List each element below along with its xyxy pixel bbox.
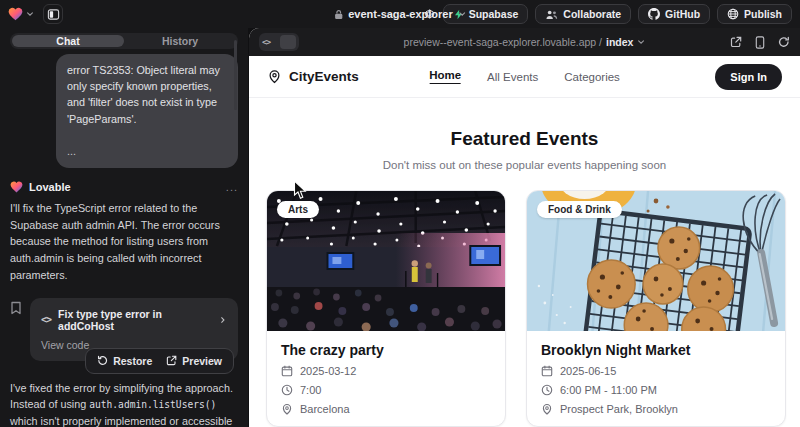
restore-label: Restore xyxy=(113,355,152,367)
code-icon: <> xyxy=(262,37,270,47)
chevron-right-icon xyxy=(219,316,227,324)
event-card-crazy-party[interactable]: Arts The crazy party 2025-03-12 xyxy=(266,190,506,427)
chevron-down-icon xyxy=(458,10,466,18)
event-time: 7:00 xyxy=(300,384,321,396)
map-pin-icon xyxy=(281,403,293,415)
event-title: The crazy party xyxy=(281,342,491,358)
assistant-name: Lovable xyxy=(29,181,71,193)
github-button[interactable]: GitHub xyxy=(638,4,710,24)
hero-subtitle: Don't miss out on these popular events h… xyxy=(249,159,800,171)
lovable-heart-icon xyxy=(10,181,23,193)
calendar-icon xyxy=(281,365,293,377)
preview-button[interactable]: Preview xyxy=(166,355,222,367)
chat-scrollbar-thumb[interactable] xyxy=(234,40,237,110)
tab-history[interactable]: History xyxy=(124,35,236,47)
event-card-brooklyn-market[interactable]: Food & Drink Brooklyn Night Market 2025-… xyxy=(526,190,786,427)
message-text: which isn't properly implemented or acce… xyxy=(10,415,232,427)
refresh-icon[interactable] xyxy=(778,36,790,48)
event-cards: Arts The crazy party 2025-03-12 xyxy=(249,190,800,427)
event-image-cookies: Food & Drink xyxy=(527,191,785,331)
event-location-row: Barcelona xyxy=(281,403,491,415)
event-time: 6:00 PM - 11:00 PM xyxy=(560,384,657,396)
project-switcher[interactable]: event-saga-explorer xyxy=(334,0,466,28)
chevron-down-icon xyxy=(637,38,645,46)
publish-button[interactable]: Publish xyxy=(717,4,792,24)
preview-url-page: index xyxy=(606,36,633,48)
github-label: GitHub xyxy=(665,8,700,20)
sidebar-panel-icon xyxy=(47,8,60,21)
map-pin-icon xyxy=(267,69,282,84)
fix-card-title: Fix type type error in addCoHost xyxy=(58,308,212,332)
topbar-left xyxy=(8,4,63,24)
code-preview-toggle[interactable]: <> xyxy=(259,33,299,51)
preview-url-selector[interactable]: preview--event-saga-explorer.lovable.app… xyxy=(404,36,646,48)
clock-icon xyxy=(541,384,553,396)
event-date: 2025-06-15 xyxy=(560,365,616,377)
supabase-label: Supabase xyxy=(469,8,519,20)
inline-code: auth.admin.listUsers() xyxy=(89,399,216,410)
event-date-row: 2025-03-12 xyxy=(281,365,491,377)
category-badge: Arts xyxy=(277,201,319,218)
featured-events-hero: Featured Events Don't miss out on these … xyxy=(249,128,800,171)
publish-label: Publish xyxy=(744,8,782,20)
site-viewport: CityEvents Home All Events Categories Si… xyxy=(249,56,800,427)
preview-label: Preview xyxy=(182,355,222,367)
map-pin-icon xyxy=(541,403,553,415)
event-location-row: Prospect Park, Brooklyn xyxy=(541,403,771,415)
preview-tools xyxy=(730,36,790,49)
nav-all-events[interactable]: All Events xyxy=(487,71,538,83)
event-card-body: Brooklyn Night Market 2025-06-15 xyxy=(527,331,785,426)
event-location: Prospect Park, Brooklyn xyxy=(560,403,678,415)
fix-card-title-row: <> Fix type type error in addCoHost xyxy=(41,308,227,332)
site-brand[interactable]: CityEvents xyxy=(267,69,359,84)
lovable-app-window: event-saga-explorer Supabase xyxy=(0,0,800,427)
user-message-text: error TS2353: Object literal may only sp… xyxy=(67,62,227,127)
project-name: event-saga-explorer xyxy=(348,8,453,20)
event-time-row: 6:00 PM - 11:00 PM xyxy=(541,384,771,396)
tab-chat[interactable]: Chat xyxy=(12,35,124,47)
lock-icon xyxy=(334,9,343,20)
collaborate-label: Collaborate xyxy=(563,8,621,20)
preview-url-host: preview--event-saga-explorer.lovable.app… xyxy=(404,36,602,48)
globe-icon xyxy=(727,8,739,20)
bookmark-icon[interactable] xyxy=(10,301,22,315)
topbar-actions: Supabase Collaborate GitHub xyxy=(422,4,792,24)
topbar: event-saga-explorer Supabase xyxy=(0,0,800,28)
lovable-logo-menu[interactable] xyxy=(8,7,34,21)
sign-in-button[interactable]: Sign In xyxy=(715,64,782,90)
site-nav: Home All Events Categories xyxy=(429,69,620,84)
clock-icon xyxy=(281,384,293,396)
event-location: Barcelona xyxy=(300,403,350,415)
assistant-message-2: I've fixed the error by simplifying the … xyxy=(10,380,238,427)
restore-preview-toolbar: Restore Preview xyxy=(85,348,234,374)
restore-button[interactable]: Restore xyxy=(97,355,152,367)
toggle-sidebar-button[interactable] xyxy=(43,4,63,24)
event-date-row: 2025-06-15 xyxy=(541,365,771,377)
event-title: Brooklyn Night Market xyxy=(541,342,771,358)
message-truncated-ellipsis[interactable]: ... xyxy=(67,143,227,159)
event-image-conference: Arts xyxy=(267,191,505,331)
open-in-new-tab-icon[interactable] xyxy=(730,36,742,48)
collaborate-button[interactable]: Collaborate xyxy=(535,4,631,24)
mobile-view-icon[interactable] xyxy=(755,36,765,49)
lovable-heart-icon xyxy=(8,7,23,21)
preview-pane: <> preview--event-saga-explorer.lovable.… xyxy=(249,28,800,427)
event-date: 2025-03-12 xyxy=(300,365,356,377)
event-card-body: The crazy party 2025-03-12 xyxy=(267,331,505,426)
message-menu-button[interactable]: ... xyxy=(226,181,238,193)
nav-categories[interactable]: Categories xyxy=(564,71,620,83)
preview-toolbar: <> preview--event-saga-explorer.lovable.… xyxy=(249,28,800,56)
nav-home[interactable]: Home xyxy=(429,69,461,84)
category-badge: Food & Drink xyxy=(537,201,622,218)
assistant-header: Lovable ... xyxy=(10,181,238,193)
people-icon xyxy=(545,9,558,20)
main-area: Chat History error TS2353: Object litera… xyxy=(0,28,800,427)
restore-icon xyxy=(97,355,108,366)
user-message-bubble: error TS2353: Object literal may only sp… xyxy=(56,54,238,168)
site-brand-name: CityEvents xyxy=(289,69,359,84)
assistant-message-1: I'll fix the TypeScript error related to… xyxy=(10,200,238,284)
github-icon xyxy=(648,8,660,20)
chat-history-tabs: Chat History xyxy=(10,33,238,49)
toggle-knob xyxy=(280,35,296,49)
hero-title: Featured Events xyxy=(249,128,800,150)
